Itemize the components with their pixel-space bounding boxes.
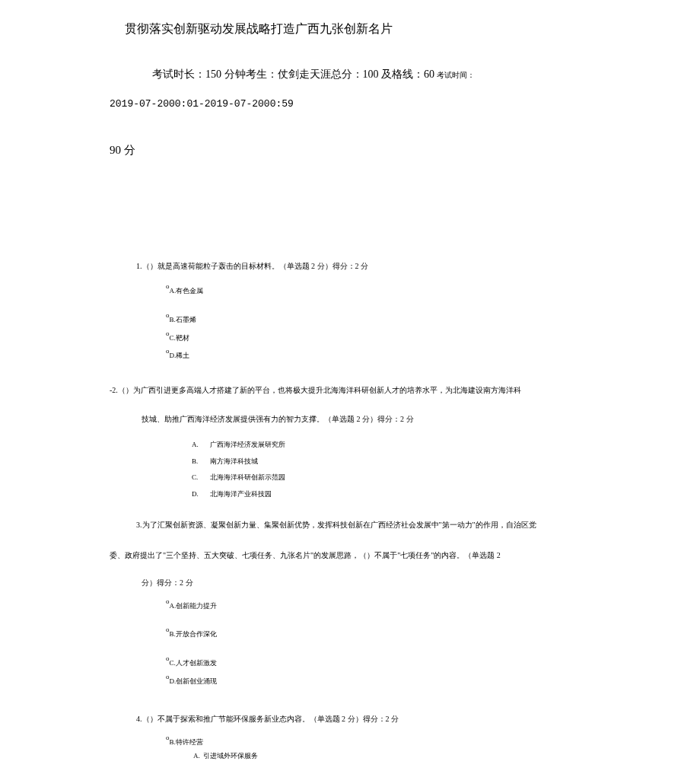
q4-options: oB.特许经营 (166, 732, 590, 749)
time-range: 2019-07-2000:01-2019-07-2000:59 (110, 98, 700, 110)
q1-stem: 1.（）就是高速荷能粒子轰击的目标材料。（单选题 2 分）得分：2 分 (110, 256, 590, 276)
degree-icon: o (166, 626, 170, 633)
degree-icon: o (166, 330, 170, 337)
degree-icon: o (166, 655, 170, 662)
pass-value: 60 (424, 68, 434, 80)
candidate-label: 考生： (246, 68, 278, 80)
q3-opt-b: oB.开放合作深化 (166, 624, 590, 642)
q2-options: A.广西海洋经济发展研究所 B.南方海洋科技城 C.北海海洋科研创新示范园 D.… (192, 437, 590, 502)
exam-time-label: 考试时间： (434, 71, 475, 79)
degree-icon: o (166, 734, 170, 741)
q3-stem-line1: 3.为了汇聚创新资源、凝聚创新力量、集聚创新优势，发挥科技创新在广西经济社会发展… (110, 515, 590, 535)
q3-stem-line3: 分）得分：2 分 (142, 573, 590, 593)
q2-opt-a: A.广西海洋经济发展研究所 (192, 437, 590, 454)
q2-stem-line1: -2.（）为广西引进更多高端人才搭建了新的平台，也将极大提升北海海洋科研创新人才… (110, 381, 590, 400)
degree-icon: o (166, 597, 170, 605)
degree-icon: o (166, 347, 170, 355)
degree-icon: o (166, 282, 170, 290)
degree-icon: o (166, 311, 170, 319)
q3-stem-line2: 委、政府提出了"三个坚持、五大突破、七项任务、九张名片"的发展思路，（）不属于"… (110, 546, 590, 565)
q2-stem-line2: 技城、助推广西海洋经济发展提供强有力的智力支撑。（单选题 2 分）得分：2 分 (142, 409, 590, 429)
total-value: 100 (363, 68, 379, 80)
q1-opt-a: oA.有色金属 (166, 281, 590, 299)
q1-opt-d: oD.稀土 (166, 346, 590, 364)
page-title: 贯彻落实创新驱动发展战略打造广西九张创新名片 (125, 21, 700, 37)
score: 90 分 (110, 143, 700, 158)
content: 1.（）就是高速荷能粒子轰击的目标材料。（单选题 2 分）得分：2 分 oA.有… (110, 256, 590, 763)
q4-opt-a: A. 引进域外环保服务 (193, 749, 590, 763)
q1-opt-c: oC.靶材 (166, 328, 590, 346)
pass-label: 及格线： (379, 68, 425, 80)
q3-options: oA.创新能力提升 oB.开放合作深化 oC.人才创新激发 oD.创新创业涌现 (166, 596, 590, 690)
q3-opt-c: oC.人才创新激发 (166, 653, 590, 671)
total-label: 总分： (331, 68, 363, 80)
degree-icon: o (166, 673, 170, 680)
q2-opt-d: D.北海海洋产业科技园 (192, 486, 590, 503)
q2-opt-c: C.北海海洋科研创新示范园 (192, 470, 590, 486)
q4-stem: 4.（）不属于探索和推广节能环保服务新业态内容。（单选题 2 分）得分：2 分 (110, 709, 590, 729)
q3-opt-d: oD.创新创业涌现 (166, 671, 590, 690)
q1-opt-b: oB.石墨烯 (166, 310, 590, 328)
q3-opt-a: oA.创新能力提升 (166, 596, 590, 614)
q4-opt-b: oB.特许经营 (166, 732, 590, 749)
q2-opt-b: B.南方海洋科技城 (192, 454, 590, 470)
exam-meta: 考试时长：150 分钟考生：仗剑走天涯总分：100 及格线：60 考试时间： (152, 68, 700, 81)
q1-options: oA.有色金属 oB.石墨烯 oC.靶材 oD.稀土 (166, 281, 590, 364)
duration-value: 150 分钟 (205, 68, 246, 80)
duration-label: 考试时长： (152, 68, 205, 80)
candidate-value: 仗剑走天涯 (278, 68, 331, 80)
